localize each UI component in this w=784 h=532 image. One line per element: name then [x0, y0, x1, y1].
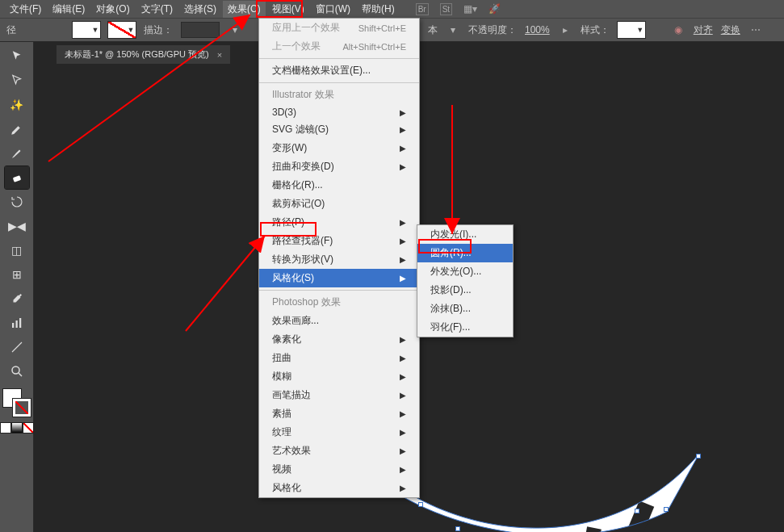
svg-rect-3 — [19, 318, 21, 328]
arrange-docs-icon[interactable]: ▦▾ — [463, 3, 477, 15]
menu-distort-ps[interactable]: 扭曲▶ — [259, 349, 419, 367]
anchor-handle[interactable] — [418, 502, 423, 507]
fill-stroke-swatches[interactable] — [3, 389, 31, 417]
menu-distort-transform[interactable]: 扭曲和变换(D)▶ — [259, 157, 419, 176]
column-graph-tool[interactable] — [5, 312, 29, 334]
stroke-color-swatch[interactable] — [13, 399, 31, 417]
eraser-tool[interactable] — [5, 166, 29, 189]
menu-blur[interactable]: 模糊▶ — [259, 367, 419, 386]
menu-crop-marks[interactable]: 裁剪标记(O) — [259, 195, 419, 213]
menu-effect-gallery[interactable]: 效果画廊... — [259, 312, 419, 330]
gradient-mode-icon[interactable] — [12, 423, 22, 433]
opacity-label: 不透明度： — [468, 23, 517, 37]
menu-pixelate[interactable]: 像素化▶ — [259, 330, 419, 349]
menu-pathfinder[interactable]: 路径查找器(F)▶ — [259, 232, 419, 250]
menu-sketch[interactable]: 素描▶ — [259, 404, 419, 423]
align-label[interactable]: 对齐 — [694, 23, 713, 37]
effects-menu: 应用上一个效果Shift+Ctrl+E 上一个效果Alt+Shift+Ctrl+… — [258, 18, 420, 498]
submenu-feather[interactable]: 羽化(F)... — [417, 318, 513, 337]
pen-tool[interactable] — [5, 118, 29, 140]
submenu-scribble[interactable]: 涂抹(B)... — [417, 300, 513, 318]
none-mode-icon[interactable] — [23, 423, 33, 433]
menu-last-effect[interactable]: 上一个效果Alt+Shift+Ctrl+E — [259, 37, 419, 56]
stroke-label: 描边： — [144, 23, 173, 37]
submenu-outer-glow[interactable]: 外发光(O)... — [417, 262, 513, 281]
menu-texture[interactable]: 纹理▶ — [259, 423, 419, 442]
menu-warp[interactable]: 变形(W)▶ — [259, 139, 419, 157]
radius-label: 径 — [6, 23, 16, 37]
menu-apply-last-effect[interactable]: 应用上一个效果Shift+Ctrl+E — [259, 19, 419, 37]
stroke-dropdown-icon[interactable]: ▾ — [228, 23, 242, 37]
menu-edit[interactable]: 编辑(E) — [48, 1, 90, 18]
menu-select[interactable]: 选择(S) — [179, 1, 221, 18]
menu-doc-raster-settings[interactable]: 文档栅格效果设置(E)... — [259, 61, 419, 80]
rotate-tool[interactable] — [5, 191, 29, 213]
stroke-swatch[interactable]: ▼ — [108, 22, 136, 38]
slice-tool[interactable] — [5, 336, 29, 358]
menu-view[interactable]: 视图(V) — [267, 1, 309, 18]
section-photoshop-effects: Photoshop 效果 — [259, 293, 419, 312]
fill-swatch[interactable]: ▼ — [73, 22, 100, 38]
opacity-value[interactable]: 100% — [525, 24, 550, 36]
bridge-icon[interactable]: Br — [416, 3, 429, 15]
menu-artistic[interactable]: 艺术效果▶ — [259, 442, 419, 460]
anchor-handle[interactable] — [635, 509, 639, 513]
stroke-weight-input[interactable] — [181, 22, 220, 38]
magic-wand-tool[interactable]: ✨ — [5, 94, 29, 116]
section-illustrator-effects: Illustrator 效果 — [259, 86, 419, 104]
menu-type[interactable]: 文字(T) — [136, 1, 178, 18]
close-tab-icon[interactable]: × — [217, 50, 222, 60]
stylize-submenu: 内发光(I)... 圆角(R)... 外发光(O)... 投影(D)... 涂抹… — [417, 224, 514, 337]
svg-rect-2 — [15, 320, 17, 328]
ben-dropdown-icon[interactable]: ▾ — [446, 23, 460, 37]
svg-rect-0 — [12, 175, 21, 182]
direct-selection-tool[interactable] — [5, 69, 29, 92]
selection-tool[interactable] — [5, 45, 29, 68]
stock-icon[interactable]: St — [440, 3, 452, 15]
menu-stylize[interactable]: 风格化(S)▶ — [259, 269, 419, 287]
shape-builder-tool[interactable]: ◫ — [5, 239, 29, 262]
submenu-drop-shadow[interactable]: 投影(D)... — [417, 281, 513, 300]
menubar: 文件(F) 编辑(E) 对象(O) 文字(T) 选择(S) 效果(C) 视图(V… — [0, 0, 784, 18]
menu-convert-to-shape[interactable]: 转换为形状(V)▶ — [259, 250, 419, 269]
menu-brush-strokes[interactable]: 画笔描边▶ — [259, 386, 419, 404]
menu-rasterize[interactable]: 栅格化(R)... — [259, 176, 419, 195]
menu-stylize-ps[interactable]: 风格化▶ — [259, 479, 419, 497]
svg-point-4 — [12, 367, 19, 374]
graphic-style-swatch[interactable]: ▼ — [618, 22, 645, 38]
menu-file[interactable]: 文件(F) — [5, 1, 46, 18]
svg-rect-1 — [12, 323, 14, 328]
document-tab[interactable]: 未标题-1* @ 150% (RGB/GPU 预览) × — [57, 45, 230, 64]
menu-3d[interactable]: 3D(3)▶ — [259, 104, 419, 120]
submenu-inner-glow[interactable]: 内发光(I)... — [417, 225, 513, 244]
more-icon[interactable]: ⋯ — [748, 23, 763, 37]
menu-object[interactable]: 对象(O) — [91, 1, 134, 18]
anchor-handle[interactable] — [696, 454, 701, 459]
menu-path[interactable]: 路径(P)▶ — [259, 213, 419, 232]
zoom-tool[interactable] — [5, 360, 29, 383]
document-title: 未标题-1* @ 150% (RGB/GPU 预览) — [65, 48, 209, 61]
anchor-handle[interactable] — [455, 526, 460, 531]
width-tool[interactable]: ▶◀ — [5, 215, 29, 237]
menu-svg-filters[interactable]: SVG 滤镜(G)▶ — [259, 120, 419, 139]
recolor-icon[interactable]: ◉ — [671, 23, 685, 37]
brush-tool[interactable] — [5, 142, 29, 165]
transform-label[interactable]: 变换 — [721, 23, 740, 37]
submenu-round-corners[interactable]: 圆角(R)... — [417, 244, 513, 262]
menu-help[interactable]: 帮助(H) — [357, 1, 400, 18]
ben-label: 本 — [428, 23, 438, 37]
menu-video[interactable]: 视频▶ — [259, 460, 419, 479]
anchor-handle[interactable] — [664, 507, 669, 512]
mesh-tool[interactable]: ⊞ — [5, 263, 29, 286]
gpu-icon[interactable]: 🚀 — [488, 3, 501, 15]
menu-effect[interactable]: 效果(C) — [223, 1, 266, 18]
color-mode-icon[interactable] — [1, 423, 10, 433]
eyedropper-tool[interactable] — [5, 287, 29, 310]
menu-window[interactable]: 窗口(W) — [311, 1, 355, 18]
opacity-dropdown-icon[interactable]: ▸ — [558, 23, 572, 37]
toolbar: ✨ ▶◀ ◫ ⊞ — [0, 42, 34, 532]
style-label: 样式： — [581, 23, 610, 37]
